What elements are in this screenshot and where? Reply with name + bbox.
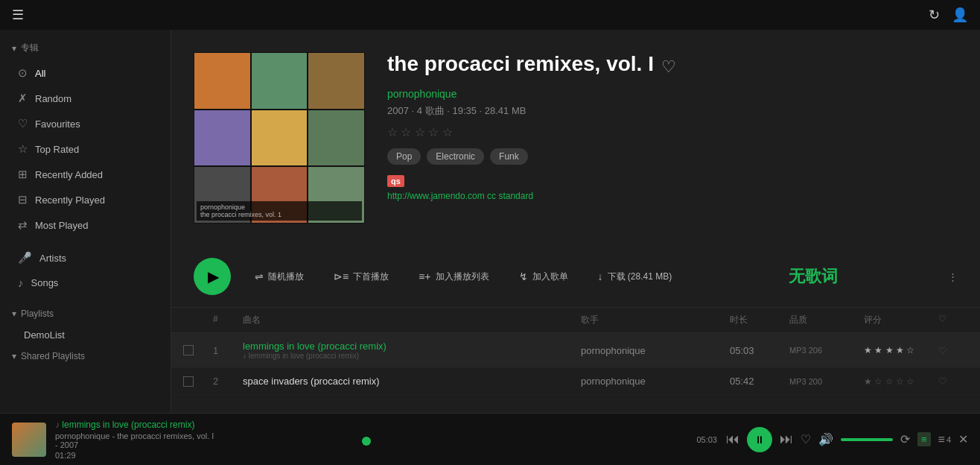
sidebar-item-favourites[interactable]: ♡ Favourites bbox=[0, 111, 171, 136]
pause-button[interactable]: ⏸ bbox=[747, 427, 772, 452]
close-button[interactable]: ✕ bbox=[958, 432, 968, 446]
play-next-icon: ⊳≡ bbox=[334, 271, 349, 282]
sidebar-item-artists[interactable]: 🎤 Artists bbox=[0, 245, 171, 271]
sidebar-item-recently-played[interactable]: ⊟ Recently Played bbox=[0, 187, 171, 212]
tag-funk[interactable]: Funk bbox=[490, 148, 528, 165]
next-button[interactable]: ⏭ bbox=[780, 431, 793, 447]
track-quality: MP3 206 bbox=[789, 346, 864, 355]
table-row[interactable]: 1 lemmings in love (procacci remix) ♪ le… bbox=[171, 333, 980, 368]
repeat-button[interactable]: ⟳ bbox=[900, 432, 910, 446]
sidebar-item-most-played-label: Most Played bbox=[35, 220, 89, 231]
now-playing-title: ♪ lemmings in love (procacci remix) bbox=[55, 420, 219, 430]
add-to-playlist-label: 加入播放列表 bbox=[436, 271, 489, 283]
sidebar-item-top-rated-label: Top Rated bbox=[35, 144, 79, 155]
sidebar-item-demolist[interactable]: DemoList bbox=[0, 325, 171, 345]
track-heart-icon[interactable]: ♡ bbox=[938, 376, 968, 387]
shuffle-icon: ⇌ bbox=[255, 271, 264, 282]
most-played-icon: ⇄ bbox=[18, 218, 28, 232]
playlists-chevron-icon: ▾ bbox=[12, 309, 16, 319]
download-button[interactable]: ↓ 下载 (28.41 MB) bbox=[592, 268, 678, 286]
volume-icon[interactable]: 🔊 bbox=[818, 432, 833, 446]
volume-slider[interactable] bbox=[841, 438, 893, 441]
track-rating[interactable]: ★ ★ ★ ★ ☆ bbox=[864, 345, 938, 355]
more-options-button[interactable]: ⋮ bbox=[948, 271, 958, 282]
play-button[interactable]: ▶ bbox=[194, 258, 231, 295]
progress-knob[interactable] bbox=[362, 437, 371, 446]
refresh-icon[interactable]: ↻ bbox=[929, 7, 940, 23]
now-playing-time: 01:29 bbox=[55, 451, 219, 460]
menu-icon[interactable]: ☰ bbox=[12, 7, 24, 23]
playlists-section-header[interactable]: ▾ Playlists bbox=[0, 303, 171, 325]
sidebar-item-recently-added[interactable]: ⊞ Recently Added bbox=[0, 162, 171, 187]
sidebar-songs-label: Songs bbox=[31, 277, 59, 288]
music-note-icon: ♪ bbox=[18, 276, 24, 289]
track-name-cell: lemmings in love (procacci remix) ♪ lemm… bbox=[243, 341, 581, 360]
sidebar-item-top-rated[interactable]: ☆ Top Rated bbox=[0, 136, 171, 162]
demolist-label: DemoList bbox=[24, 329, 65, 341]
random-icon: ✗ bbox=[18, 92, 28, 105]
prev-button[interactable]: ⏮ bbox=[726, 431, 739, 447]
player-heart-button[interactable]: ♡ bbox=[801, 432, 811, 446]
add-to-queue-label: 加入歌单 bbox=[532, 271, 568, 283]
microphone-icon: 🎤 bbox=[18, 251, 32, 265]
tag-electronic[interactable]: Electronic bbox=[427, 148, 484, 165]
bottom-player: ♪ lemmings in love (procacci remix) porn… bbox=[0, 413, 980, 465]
download-icon: ↓ bbox=[598, 271, 603, 282]
track-artist: pornophonique bbox=[581, 376, 730, 387]
lyrics-toggle-button[interactable]: ≡ bbox=[917, 432, 931, 446]
main-layout: ▾ 专辑 ⊙ All ✗ Random ♡ Favourites ☆ Top R… bbox=[0, 30, 980, 413]
sidebar-item-all[interactable]: ⊙ All bbox=[0, 60, 171, 86]
album-tags: Pop Electronic Funk bbox=[387, 148, 958, 165]
playlists-section-label: Playlists bbox=[21, 309, 54, 319]
table-row[interactable]: 2 space invaders (procacci remix) pornop… bbox=[171, 368, 980, 395]
sidebar-artists-label: Artists bbox=[39, 253, 66, 264]
artist-header: 歌手 bbox=[581, 314, 730, 326]
track-quality: MP3 200 bbox=[789, 377, 864, 386]
num-header: # bbox=[213, 314, 243, 326]
album-stars[interactable]: ☆ ☆ ☆ ☆ ☆ bbox=[387, 125, 958, 139]
total-time: 05:03 bbox=[696, 435, 717, 444]
add-to-playlist-button[interactable]: ≡+ 加入播放列表 bbox=[413, 268, 494, 286]
sidebar-item-all-label: All bbox=[35, 68, 45, 79]
track-checkbox[interactable] bbox=[183, 376, 213, 387]
sidebar-item-favourites-label: Favourites bbox=[35, 118, 80, 130]
now-playing-artist-album: pornophonique - the procacci remixes, vo… bbox=[55, 431, 219, 449]
action-bar: ▶ ⇌ 随机播放 ⊳≡ 下首播放 ≡+ 加入播放列表 ↯ 加入歌单 ↓ 下载 (… bbox=[171, 246, 980, 308]
heart-header: ♡ bbox=[938, 314, 968, 326]
album-meta: 2007 · 4 歌曲 · 19:35 · 28.41 MB bbox=[387, 104, 958, 118]
sidebar-item-most-played[interactable]: ⇄ Most Played bbox=[0, 212, 171, 238]
track-rating[interactable]: ★ ☆ ☆ ☆ ☆ bbox=[864, 376, 938, 387]
albums-section-header[interactable]: ▾ 专辑 bbox=[0, 36, 171, 60]
recently-played-icon: ⊟ bbox=[18, 193, 28, 206]
lyrics-text: 无歌词 bbox=[789, 267, 838, 285]
album-info: the procacci remixes, vol. I ♡ pornophon… bbox=[387, 52, 958, 224]
album-heart-icon[interactable]: ♡ bbox=[661, 57, 676, 77]
album-link[interactable]: http://www.jamendo.com cc standard bbox=[387, 191, 958, 201]
tag-pop[interactable]: Pop bbox=[387, 148, 421, 165]
track-title: space invaders (procacci remix) bbox=[243, 376, 581, 387]
add-to-queue-button[interactable]: ↯ 加入歌单 bbox=[513, 268, 574, 286]
album-artist[interactable]: pornophonique bbox=[387, 88, 958, 100]
scrobble-icon[interactable]: qs bbox=[387, 175, 404, 187]
title-header: 曲名 bbox=[243, 314, 581, 326]
shared-playlists-label: Shared Playlists bbox=[21, 351, 85, 361]
pause-icon: ⏸ bbox=[754, 434, 765, 446]
content-area: pornophonique the procacci remixes, vol.… bbox=[171, 30, 980, 413]
queue-icon: ≡ bbox=[938, 433, 945, 446]
shuffle-button[interactable]: ⇌ 随机播放 bbox=[249, 268, 310, 286]
now-playing-track-name: lemmings in love (procacci remix) bbox=[62, 420, 194, 430]
sidebar-item-songs[interactable]: ♪ Songs bbox=[0, 271, 171, 295]
track-heart-icon[interactable]: ♡ bbox=[938, 345, 968, 356]
all-icon: ⊙ bbox=[18, 66, 28, 80]
sidebar-item-random[interactable]: ✗ Random bbox=[0, 86, 171, 111]
heart-icon: ♡ bbox=[18, 117, 28, 130]
play-next-button[interactable]: ⊳≡ 下首播放 bbox=[328, 268, 395, 286]
queue-button[interactable]: ≡ 4 bbox=[938, 433, 951, 446]
player-controls: ⏮ ⏸ ⏭ ♡ 🔊 ⟳ ≡ ≡ 4 ✕ bbox=[726, 427, 968, 452]
add-playlist-icon: ≡+ bbox=[419, 271, 430, 282]
album-title: the procacci remixes, vol. I bbox=[387, 52, 654, 76]
shared-playlists-section-header[interactable]: ▾ Shared Playlists bbox=[0, 345, 171, 367]
track-checkbox[interactable] bbox=[183, 345, 213, 355]
profile-icon[interactable]: 👤 bbox=[952, 7, 968, 23]
album-header: pornophonique the procacci remixes, vol.… bbox=[171, 30, 980, 246]
